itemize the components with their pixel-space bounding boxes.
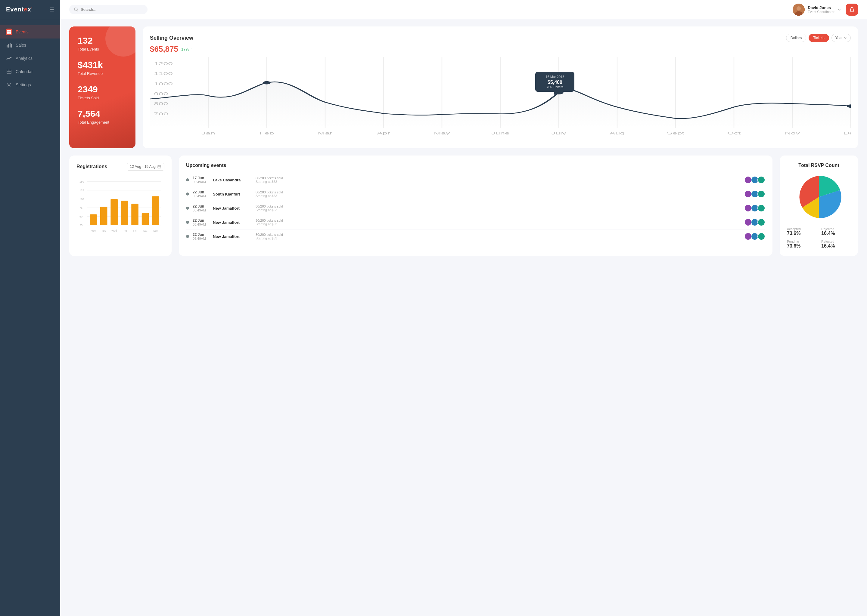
svg-rect-75	[142, 213, 149, 225]
svg-rect-69	[110, 199, 118, 225]
event-date: 22 Jun	[193, 233, 209, 237]
legend-value: 16.4%	[821, 244, 851, 249]
sidebar-item-sales[interactable]: Sales	[0, 39, 60, 52]
sidebar-item-settings[interactable]: Settings	[0, 78, 60, 91]
pie-chart-container	[787, 173, 851, 221]
reg-header: Registrations 12 Aug - 19 Aug	[76, 163, 164, 171]
sidebar-item-analytics[interactable]: Analytics	[0, 52, 60, 65]
svg-text:Feb: Feb	[259, 132, 274, 136]
search-bar[interactable]	[69, 5, 148, 14]
event-row[interactable]: 17 Jun 05:49AM Lake Casandra 80/200 tick…	[186, 173, 765, 187]
user-role: Event Coordinator	[808, 10, 834, 14]
event-price: Starting at $53	[255, 222, 741, 226]
svg-rect-8	[7, 70, 11, 74]
user-info[interactable]: David Jones Event Coordinator	[793, 4, 841, 16]
event-avatars	[744, 233, 765, 240]
pie-chart	[795, 173, 843, 221]
event-dot	[186, 207, 189, 210]
bell-icon	[849, 7, 854, 13]
rsvp-legend: Accepted 73.6% Rejected 16.4% Pending 73…	[787, 227, 851, 249]
event-tickets: 80/200 tickets sold	[255, 233, 292, 236]
svg-text:100: 100	[79, 198, 84, 201]
svg-text:July: July	[551, 132, 567, 136]
svg-rect-6	[9, 43, 11, 47]
svg-rect-5	[8, 44, 9, 47]
calendar-small-icon	[158, 165, 161, 168]
svg-text:Nov: Nov	[785, 132, 800, 136]
event-time: 05:49AM	[193, 223, 209, 226]
legend-label: Rejected	[821, 240, 851, 244]
legend-label: Rejected	[821, 227, 851, 231]
svg-rect-49	[158, 165, 161, 168]
svg-rect-4	[6, 45, 8, 47]
stat-label: Tickets Sold	[78, 96, 127, 100]
settings-icon	[6, 82, 12, 88]
tooltip-tickets: 766 Tickets	[539, 85, 570, 89]
revenue-display: $65,875 17% ↑	[150, 44, 851, 54]
tooltip-amount: $5,400	[539, 80, 570, 85]
hamburger-icon[interactable]: ☰	[49, 6, 54, 13]
event-name: Lake Casandra	[213, 178, 252, 182]
svg-text:June: June	[491, 132, 510, 136]
sidebar-item-calendar[interactable]: Calendar	[0, 65, 60, 78]
sidebar-item-label: Calendar	[16, 69, 33, 74]
event-name: South Kianfurt	[213, 192, 252, 196]
event-price: Starting at $53	[255, 180, 741, 184]
event-tickets: 80/200 tickets sold	[255, 176, 292, 180]
year-chevron-icon	[844, 36, 847, 39]
chevron-down-icon	[837, 8, 841, 11]
year-select[interactable]: Year	[831, 34, 851, 42]
svg-text:Fri: Fri	[133, 229, 137, 232]
rsvp-card: Total RSVP Count	[780, 156, 858, 256]
sidebar-item-events[interactable]: Events	[0, 25, 60, 39]
event-dot	[186, 235, 189, 238]
legend-label: Accepted	[787, 227, 817, 231]
app-name: Eventex•	[6, 6, 33, 13]
notification-button[interactable]	[846, 4, 858, 16]
tooltip-date: 16 Mar 2018	[539, 75, 570, 79]
event-row[interactable]: 22 Jun 05:49AM New Jamalfort 80/200 tick…	[186, 229, 765, 244]
legend-accepted: Accepted 73.6%	[787, 227, 817, 236]
event-avatars	[744, 204, 765, 212]
event-row[interactable]: 22 Jun 05:49AM New Jamalfort 80/200 tick…	[186, 201, 765, 215]
svg-text:Tue: Tue	[101, 229, 106, 232]
avatar	[757, 176, 765, 184]
chart-point-feb	[263, 81, 271, 85]
event-time: 05:49AM	[193, 237, 209, 240]
overview-header: Selling Overview Dollars Tickets Year	[150, 34, 851, 42]
svg-text:Sun: Sun	[153, 229, 158, 232]
legend-value: 73.6%	[787, 231, 817, 236]
reg-title: Registrations	[76, 164, 107, 169]
event-dot	[186, 193, 189, 195]
legend-rejected: Rejected 16.4%	[821, 227, 851, 236]
svg-rect-2	[7, 32, 9, 34]
event-row[interactable]: 22 Jun 05:49AM South Kianfurt 80/200 tic…	[186, 187, 765, 201]
chart-container: 16 Mar 2018 $5,400 766 Tickets	[150, 57, 851, 141]
svg-text:125: 125	[79, 189, 84, 192]
search-input[interactable]	[81, 7, 141, 12]
stat-tickets-sold: 2349 Tickets Sold	[78, 84, 127, 100]
events-icon	[6, 29, 12, 35]
sidebar: Eventex• ☰ Events	[0, 0, 60, 616]
svg-text:Wed: Wed	[111, 229, 117, 232]
event-avatars	[744, 176, 765, 184]
event-time: 05:49AM	[193, 194, 209, 198]
svg-text:Mar: Mar	[318, 132, 333, 136]
event-time: 05:49AM	[193, 180, 209, 184]
dollars-button[interactable]: Dollars	[786, 34, 806, 42]
sidebar-logo: Eventex• ☰	[0, 0, 60, 19]
svg-rect-67	[100, 207, 107, 225]
legend-value: 73.6%	[787, 244, 817, 249]
sidebar-nav: Events Sales Analytics	[0, 19, 60, 97]
event-row[interactable]: 22 Jun 05:49AM New Jamalfort 80/200 tick…	[186, 215, 765, 229]
event-name: New Jamalfort	[213, 234, 252, 239]
upcoming-title: Upcoming events	[186, 163, 765, 168]
bar-chart-svg: 150 125 100 75 50 25	[79, 176, 161, 237]
svg-text:900: 900	[154, 92, 168, 96]
tickets-button[interactable]: Tickets	[809, 34, 829, 42]
svg-text:25: 25	[79, 224, 82, 227]
selling-overview: Selling Overview Dollars Tickets Year $	[143, 27, 858, 148]
event-time: 05:49AM	[193, 209, 209, 212]
svg-text:Dec: Dec	[843, 132, 851, 136]
date-range-selector[interactable]: 12 Aug - 19 Aug	[127, 163, 164, 171]
